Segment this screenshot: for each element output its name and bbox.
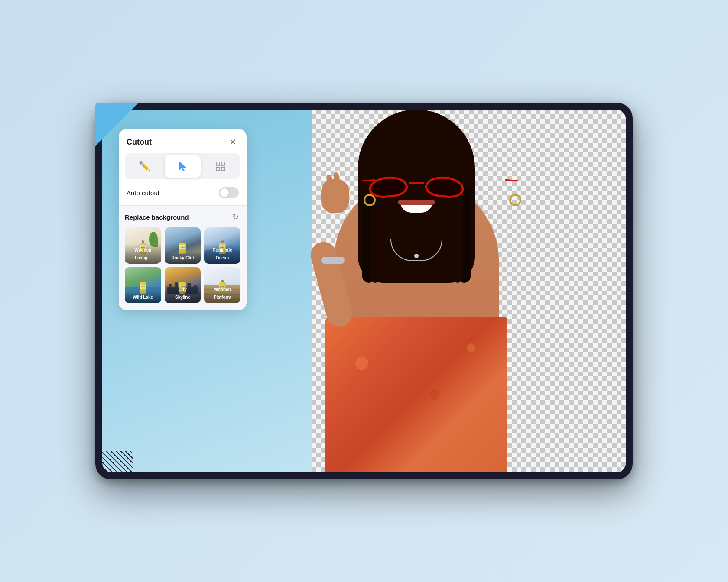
cutout-panel: Cutout ✕ ✏️ bbox=[119, 129, 247, 310]
svg-rect-3 bbox=[221, 167, 225, 171]
bg-thumb-label-rocky-cliff: Rocky Cliff bbox=[165, 252, 201, 264]
earring-right bbox=[509, 194, 521, 206]
pattern-icon bbox=[216, 162, 225, 171]
refresh-icon: ↻ bbox=[232, 212, 239, 222]
bg-thumb-wooden-platform[interactable]: parfum WoodenPlatform bbox=[204, 267, 240, 304]
bg-thumb-label-city-skyline: CitySkyline bbox=[165, 283, 201, 303]
device-screen: Cutout ✕ ✏️ bbox=[102, 110, 626, 472]
close-icon: ✕ bbox=[230, 137, 236, 147]
panel-header: Cutout ✕ bbox=[119, 129, 247, 153]
bg-thumb-romantic-ocean[interactable]: parfum RomanticOcean bbox=[204, 227, 240, 264]
bg-thumb-label-romantic-ocean: RomanticOcean bbox=[204, 244, 240, 264]
device-frame: Cutout ✕ ✏️ bbox=[95, 103, 633, 479]
tab-pattern[interactable] bbox=[202, 155, 239, 178]
sunglasses-bridge bbox=[409, 182, 424, 184]
bg-thumb-city-skyline[interactable]: parfum CitySkyline bbox=[165, 267, 201, 304]
svg-rect-1 bbox=[221, 162, 225, 165]
svg-rect-2 bbox=[216, 167, 220, 171]
bg-thumb-label-wooden-living: WoodenLiving... bbox=[125, 244, 161, 264]
lips-bottom bbox=[398, 200, 435, 205]
woman-subject bbox=[233, 110, 600, 472]
auto-cutout-label: Auto cutout bbox=[127, 189, 159, 197]
bracelet bbox=[321, 257, 345, 264]
bg-thumb-label-wild-lake: Wild Lake bbox=[125, 291, 161, 303]
diagonal-lines-decoration bbox=[102, 451, 133, 472]
refresh-button[interactable]: ↻ bbox=[230, 212, 240, 222]
tab-magic-wand[interactable]: ✏️ bbox=[127, 155, 163, 178]
bg-thumb-wild-lake[interactable]: parfum Wild Lake bbox=[125, 267, 161, 304]
bg-thumb-rocky-cliff[interactable]: parfum Rocky Cliff bbox=[165, 227, 201, 264]
cursor-icon bbox=[178, 161, 188, 172]
sunglasses-arm-right bbox=[505, 179, 518, 182]
svg-rect-0 bbox=[216, 162, 220, 165]
replace-bg-section: Replace background ↻ bbox=[119, 206, 247, 310]
magic-wand-icon: ✏️ bbox=[139, 161, 150, 172]
auto-cutout-row: Auto cutout bbox=[119, 185, 247, 205]
panel-title: Cutout bbox=[127, 138, 152, 147]
bg-thumbnails-grid: parfum WoodenLiving... bbox=[125, 227, 240, 303]
tab-cursor[interactable] bbox=[165, 155, 201, 178]
finger-2 bbox=[333, 172, 340, 191]
toggle-switch[interactable] bbox=[219, 187, 239, 198]
toggle-knob bbox=[220, 188, 229, 197]
woman-dress bbox=[325, 317, 507, 472]
tool-tabs-container: ✏️ bbox=[125, 153, 240, 179]
replace-bg-header: Replace background ↻ bbox=[125, 212, 240, 222]
replace-bg-title: Replace background bbox=[125, 213, 189, 221]
page-wrapper: Cutout ✕ ✏️ bbox=[0, 0, 728, 582]
bg-thumb-label-wooden-platform: WoodenPlatform bbox=[204, 283, 240, 303]
bg-thumb-wooden-living[interactable]: parfum WoodenLiving... bbox=[125, 227, 161, 264]
close-button[interactable]: ✕ bbox=[227, 136, 239, 148]
